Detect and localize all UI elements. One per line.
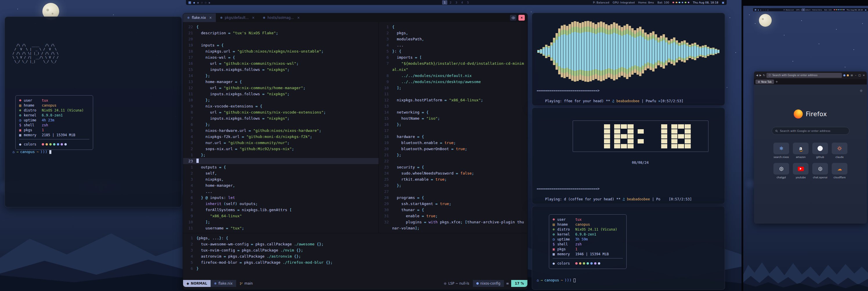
code-line[interactable]: 21 description = "tux's NixOS Flake"; — [183, 30, 379, 36]
code-line[interactable]: 30 thunar = { — [379, 207, 527, 213]
editor-tab[interactable]: ❄flake.nix× — [183, 13, 216, 22]
tab-close-icon[interactable]: × — [209, 16, 212, 20]
workspace-button[interactable]: 4 — [460, 0, 465, 4]
tray-icon[interactable] — [676, 2, 677, 3]
code-line[interactable]: 7 inputs.nixpkgs.follows = "nixpkgs"; — [183, 115, 379, 121]
shortcut-tile[interactable]: youtube — [791, 163, 811, 179]
tray-icon[interactable] — [673, 2, 674, 3]
code-line[interactable]: 3 nixpkgs, — [183, 176, 379, 182]
tag-icon[interactable]: ◇ — [765, 9, 766, 11]
editor-pane-isoimage[interactable]: 1{2 pkgs,3 modulesPath,4 ...5}: {6 impor… — [379, 22, 527, 233]
code-line[interactable]: 9 "x86_64-linux" — [183, 213, 379, 219]
code-line[interactable]: 11 — [379, 91, 527, 97]
tag-icon[interactable]: ◆ — [197, 1, 199, 4]
code-line[interactable]: 13 home-manager = { — [183, 79, 379, 85]
shortcut-tile[interactable]: aamazon — [791, 143, 811, 158]
workspace-button[interactable]: 1 — [442, 0, 447, 4]
code-line[interactable]: 23 — [183, 158, 379, 164]
tab-close-icon[interactable]: × — [297, 16, 300, 20]
workspace-button[interactable]: 3 — [454, 0, 459, 4]
workspace-button[interactable]: 5 — [465, 0, 470, 4]
shortcut-tile[interactable]: github — [811, 143, 830, 158]
code-line[interactable]: 10 }; — [183, 97, 379, 103]
workspace-button[interactable]: 3 — [809, 8, 812, 11]
power-icon[interactable]: ▣ — [865, 9, 867, 11]
code-line[interactable]: 20 bluetooth.powerOnBoot = true; — [379, 146, 527, 152]
code-line[interactable]: 11 inputs.nixpkgs.follows = "nixpkgs"; — [183, 91, 379, 97]
code-line[interactable]: 16 url = "github:nix-community/nixos-wsl… — [183, 60, 379, 66]
code-line[interactable]: 19 bluetooth.enable = true; — [379, 140, 527, 146]
menu-icon[interactable]: ≡ — [850, 74, 853, 77]
shell-prompt[interactable]: ⌂→canopus~))) — [12, 150, 51, 154]
code-line[interactable]: 1 outputs = { — [183, 164, 379, 170]
minimize-icon[interactable]: – — [855, 74, 857, 77]
tag-icon[interactable]: ◇ — [201, 1, 203, 4]
code-line[interactable]: 8 url = "github:nix-community/nix-vscode… — [183, 109, 379, 115]
code-line[interactable]: 2 sops-nix.url = "github:Mic92/sops-nix"… — [183, 146, 379, 152]
back-icon[interactable]: ◀ — [756, 74, 758, 77]
code-line[interactable]: 28 programs = { — [379, 195, 527, 201]
tray-icon[interactable] — [834, 9, 835, 10]
power-icon[interactable]: ▣ — [722, 1, 724, 4]
code-line[interactable]: 4 astronvim = pkgs.callPackage ./astronv… — [183, 253, 527, 259]
window-close-button[interactable]: × — [519, 15, 525, 21]
code-line[interactable]: 18 hardware = { — [379, 134, 527, 140]
tag-icon[interactable]: ◇ — [205, 1, 207, 4]
tag-icon[interactable]: ▪ — [209, 1, 210, 4]
workspace-button[interactable]: 2 — [805, 8, 809, 11]
code-line[interactable]: 4 home-manager, — [183, 182, 379, 188]
code-line[interactable]: 8 forAllSystems = nixpkgs.lib.genAttrs [ — [183, 207, 379, 213]
code-line[interactable]: 13 — [379, 103, 527, 109]
editor-tab[interactable]: ❄pkgs/default...× — [216, 13, 258, 22]
code-line[interactable]: 25 rtkit.enable = true; — [379, 176, 527, 182]
code-line[interactable]: 12 url = "github:nix-community/home-mana… — [183, 85, 379, 91]
code-line[interactable]: 16 }; — [379, 121, 527, 127]
editor-pane-flake[interactable]: 22{21 description = "tux's NixOS Flake";… — [183, 22, 379, 233]
code-line[interactable]: 1{pkgs, ...}: { — [183, 235, 527, 241]
code-line[interactable]: 11 username = "tux"; — [183, 225, 379, 231]
code-line[interactable]: 22 — [379, 158, 527, 164]
tray-icon[interactable] — [685, 2, 686, 3]
tag-icon[interactable]: ◆ — [758, 9, 759, 11]
close-icon[interactable]: × — [863, 74, 865, 77]
code-line[interactable]: 9 nix-vscode-extensions = { — [183, 103, 379, 109]
shortcut-tile[interactable]: ❄search.nixos — [772, 143, 791, 158]
code-line[interactable]: 29 ssh.startAgent = true; — [379, 201, 527, 207]
code-line[interactable]: 12 nixpkgs.hostPlatform = "x86_64-linux"… — [379, 97, 527, 103]
tray-icon[interactable] — [682, 2, 683, 3]
tag-icon[interactable]: ◆ — [193, 1, 195, 4]
workspace-button[interactable]: 5 — [816, 8, 819, 11]
editor-pane-default[interactable]: 1{pkgs, ...}: {2 tux-awesome-wm-config =… — [183, 233, 527, 280]
code-line[interactable]: 7 inherit (self) outputs; — [183, 201, 379, 207]
tray-icon[interactable] — [679, 2, 680, 3]
tray-icon[interactable] — [840, 9, 841, 10]
tag-icon[interactable]: ◇ — [763, 9, 764, 11]
code-line[interactable]: 31 enable = true; — [379, 213, 527, 219]
code-line[interactable]: 7 "${modulesPath}/installer/cd-dvd/insta… — [379, 60, 527, 72]
code-line[interactable]: 6 imports = [ — [379, 54, 527, 60]
code-line[interactable]: 1 }; — [183, 152, 379, 158]
code-line[interactable]: 10 ]; — [379, 85, 527, 91]
tray-icon[interactable] — [688, 2, 690, 3]
code-line[interactable]: 5 nixos-hardware.url = "github:nixos/nix… — [183, 127, 379, 134]
code-line[interactable]: 26 }; — [379, 182, 527, 188]
code-line[interactable]: 23 security = { — [379, 164, 527, 170]
maximize-icon[interactable]: □ — [859, 74, 861, 77]
eye-button[interactable] — [510, 15, 517, 21]
app-launcher-icon[interactable]: ▦ — [188, 1, 191, 4]
workspace-button[interactable]: 1 — [802, 8, 805, 11]
code-line[interactable]: 3 modulesPath, — [379, 36, 527, 42]
code-line[interactable]: 5 firefox-mod-blur = pkgs.callPackage ./… — [183, 259, 527, 265]
code-line[interactable]: 14 }; — [183, 72, 379, 79]
tray-icon[interactable] — [838, 9, 839, 10]
shortcut-tile[interactable]: chatgpt — [772, 163, 791, 179]
gear-icon[interactable] — [860, 88, 863, 93]
browser-tab[interactable]: New Tab — [755, 80, 774, 84]
extension-icon[interactable] — [843, 74, 845, 77]
workspace-button[interactable]: 4 — [813, 8, 816, 11]
code-line[interactable]: 24 sudo.wheelNeedsPassword = false; — [379, 170, 527, 176]
tag-icon[interactable]: ▪ — [767, 9, 769, 11]
code-line[interactable]: 6 } @ inputs: let — [183, 195, 379, 201]
tag-icon[interactable]: ◆ — [760, 9, 761, 11]
code-line[interactable]: 3 tux-nvim-config = pkgs.callPackage ./n… — [183, 247, 527, 253]
